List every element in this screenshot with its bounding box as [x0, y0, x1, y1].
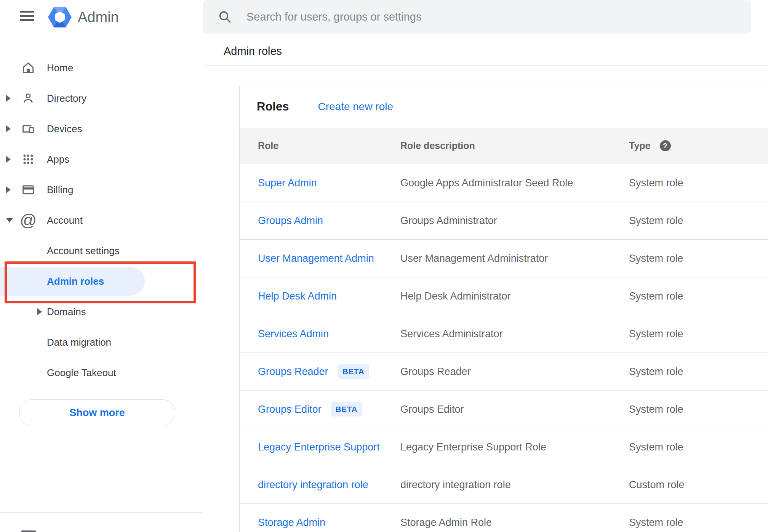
- table-row: directory integration role directory int…: [240, 466, 768, 504]
- sidebar-nav: Home Directory Devices: [0, 53, 202, 388]
- sidebar-item-apps[interactable]: Apps: [0, 144, 202, 175]
- chevron-right-icon[interactable]: [6, 95, 11, 102]
- role-type: Custom role: [629, 479, 768, 491]
- table-row: Groups Reader BETA Groups Reader System …: [240, 353, 768, 391]
- beta-badge: BETA: [338, 364, 370, 379]
- table-row: Storage Admin Storage Admin Role System …: [240, 504, 768, 532]
- sidebar-item-billing[interactable]: Billing: [0, 175, 202, 205]
- role-link[interactable]: User Management Admin: [258, 253, 374, 264]
- table-row: Groups Editor BETA Groups Editor System …: [240, 391, 768, 428]
- search-input[interactable]: [246, 10, 740, 24]
- table-row: Legacy Enterprise Support Legacy Enterpr…: [240, 428, 768, 466]
- brand-header: Admin: [0, 0, 202, 34]
- role-description: Groups Reader: [400, 366, 629, 378]
- create-new-role-link[interactable]: Create new role: [318, 101, 393, 113]
- beta-badge: BETA: [331, 402, 363, 417]
- role-link[interactable]: Groups Editor: [258, 404, 322, 415]
- admin-logo-icon: [48, 6, 72, 28]
- billing-card-icon: [20, 181, 37, 198]
- table-row: User Management Admin User Management Ad…: [240, 240, 768, 277]
- role-description: directory integration role: [400, 479, 629, 491]
- role-description: Legacy Enterprise Support Role: [400, 441, 629, 453]
- role-type: System role: [629, 441, 768, 453]
- roles-card-header: Roles Create new role: [240, 85, 768, 128]
- role-link[interactable]: directory integration role: [258, 479, 368, 491]
- page-divider: [202, 66, 768, 66]
- role-link[interactable]: Help Desk Admin: [258, 290, 337, 302]
- role-type: System role: [629, 290, 768, 302]
- partial-bottom-icon: [21, 530, 36, 532]
- chevron-right-icon[interactable]: [6, 156, 11, 163]
- role-type: System role: [629, 366, 768, 378]
- role-link[interactable]: Groups Admin: [258, 215, 323, 227]
- role-description: Services Administrator: [400, 328, 629, 340]
- role-description: User Management Administrator: [400, 253, 629, 264]
- role-type: System role: [629, 404, 768, 415]
- role-type: System role: [629, 517, 768, 529]
- sidebar-item-google-takeout[interactable]: Google Takeout: [0, 357, 202, 388]
- chevron-right-icon[interactable]: [6, 186, 11, 193]
- sidebar-item-directory[interactable]: Directory: [0, 83, 202, 114]
- column-header-description: Role description: [400, 140, 629, 151]
- search-bar[interactable]: [203, 0, 751, 34]
- role-link[interactable]: Super Admin: [258, 177, 317, 189]
- column-header-role: Role: [258, 140, 400, 151]
- role-description: Storage Admin Role: [400, 517, 629, 529]
- person-icon: [20, 90, 37, 107]
- role-type: System role: [629, 253, 768, 264]
- role-link[interactable]: Storage Admin: [258, 517, 325, 529]
- apps-grid-icon: [20, 151, 37, 168]
- sidebar-item-devices[interactable]: Devices: [0, 114, 202, 144]
- sidebar-bottom-divider: [0, 512, 202, 513]
- page-title: Admin roles: [224, 45, 282, 58]
- role-description: Groups Editor: [400, 404, 629, 415]
- role-link[interactable]: Groups Reader: [258, 366, 328, 378]
- hamburger-menu-icon[interactable]: [20, 11, 34, 21]
- brand-title: Admin: [78, 6, 119, 28]
- role-description: Groups Administrator: [400, 215, 629, 227]
- help-icon[interactable]: ?: [660, 140, 671, 151]
- show-more-button[interactable]: Show more: [19, 399, 175, 426]
- chevron-right-icon[interactable]: [37, 308, 42, 315]
- search-icon: [217, 9, 232, 24]
- home-icon: [20, 59, 37, 76]
- sidebar-item-account[interactable]: @ Account: [0, 205, 202, 236]
- role-description: Help Desk Administrator: [400, 290, 629, 302]
- sidebar-item-domains[interactable]: Domains: [0, 296, 202, 327]
- sidebar-item-data-migration[interactable]: Data migration: [0, 327, 202, 357]
- role-description: Google Apps Administrator Seed Role: [400, 177, 629, 189]
- chevron-down-icon[interactable]: [6, 218, 13, 223]
- table-header-row: Role Role description Type ?: [240, 128, 768, 164]
- table-row: Services Admin Services Administrator Sy…: [240, 315, 768, 353]
- sidebar-item-home[interactable]: Home: [0, 53, 202, 83]
- role-link[interactable]: Services Admin: [258, 328, 329, 340]
- table-row: Help Desk Admin Help Desk Administrator …: [240, 277, 768, 315]
- sidebar: Admin Home Directory: [0, 0, 202, 532]
- table-row: Super Admin Google Apps Administrator Se…: [240, 164, 768, 202]
- role-type: System role: [629, 215, 768, 227]
- column-header-type: Type ?: [629, 140, 768, 151]
- at-icon: @: [20, 212, 37, 229]
- role-type: System role: [629, 328, 768, 340]
- chevron-right-icon[interactable]: [6, 125, 11, 132]
- role-link[interactable]: Legacy Enterprise Support: [258, 441, 380, 453]
- table-row: Groups Admin Groups Administrator System…: [240, 202, 768, 240]
- roles-card: Roles Create new role Role Role descript…: [239, 85, 768, 532]
- card-title: Roles: [257, 100, 289, 114]
- devices-icon: [20, 120, 37, 137]
- sidebar-item-admin-roles[interactable]: Admin roles: [0, 266, 202, 296]
- sidebar-item-account-settings[interactable]: Account settings: [0, 236, 202, 266]
- role-type: System role: [629, 177, 768, 189]
